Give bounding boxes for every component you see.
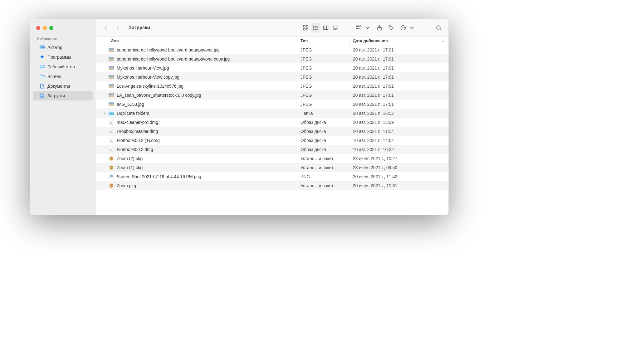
- file-date: 20 авг. 2021 г., 17:01: [350, 75, 448, 80]
- package-icon: [109, 183, 114, 188]
- main-area: Загрузки: [96, 19, 448, 215]
- file-row[interactable]: Mykonos-Harbour-View.jpgJPEG20 авг. 2021…: [96, 63, 448, 72]
- file-name: Firefox 90.0.2.dmg: [117, 147, 153, 152]
- file-name: Screen Shot 2021-07-19 at 4.44.16 PM.png: [117, 174, 201, 179]
- image-thumbnail-icon: [109, 102, 114, 107]
- group-by-button[interactable]: [354, 23, 372, 32]
- column-header-name[interactable]: Имя: [96, 37, 297, 45]
- close-window-button[interactable]: [36, 26, 40, 30]
- file-row[interactable]: Zoom.pkgУстано…й пакет20 июля 2021 г., 1…: [96, 181, 448, 190]
- svg-point-32: [404, 27, 405, 28]
- file-date: 20 авг. 2021 г., 15:39: [350, 120, 448, 125]
- svg-rect-18: [334, 29, 334, 30]
- file-date: 20 авг. 2021 г., 17:01: [350, 93, 448, 98]
- svg-rect-36: [110, 131, 113, 133]
- file-date: 20 авг. 2021 г., 11:54: [350, 129, 448, 134]
- sidebar-item-label: Программы: [47, 55, 71, 60]
- column-header-type[interactable]: Тип: [297, 37, 350, 45]
- column-headers: Имя Тип Дата добавления ⌄: [96, 37, 448, 45]
- search-button[interactable]: [434, 23, 443, 32]
- fullscreen-window-button[interactable]: [49, 26, 53, 30]
- tags-button[interactable]: [387, 23, 396, 32]
- sidebar-item-download[interactable]: Загрузки: [33, 91, 93, 100]
- actions-button[interactable]: [398, 23, 417, 32]
- sidebar-item-doc[interactable]: Документы: [33, 81, 93, 91]
- svg-rect-4: [304, 25, 305, 27]
- svg-point-31: [403, 27, 403, 28]
- file-date: 20 авг. 2021 г., 17:01: [350, 66, 448, 71]
- airdrop-icon: [39, 45, 45, 50]
- gallery-view-button[interactable]: [331, 23, 340, 32]
- file-type: Устано…й пакет: [297, 156, 350, 161]
- column-header-date[interactable]: Дата добавления ⌄: [350, 37, 448, 45]
- file-list[interactable]: panoramica-de-hollywood-boulevard-seanpa…: [96, 45, 448, 215]
- file-date: 10 авг. 2021 г., 14:04: [350, 138, 448, 143]
- file-type: Образ диска: [297, 147, 350, 152]
- file-date: 20 авг. 2021 г., 17:01: [350, 102, 448, 107]
- file-row[interactable]: Zoom (2).pkgУстано…й пакет23 июля 2021 г…: [96, 154, 448, 163]
- disk-image-icon: [109, 138, 114, 143]
- chevron-down-icon: [363, 23, 372, 32]
- image-thumbnail-icon: [109, 66, 114, 71]
- file-row[interactable]: panoramica-de-hollywood-boulevard-seanpa…: [96, 54, 448, 63]
- disclosure-triangle-icon[interactable]: [103, 112, 107, 115]
- image-thumbnail-icon: [109, 84, 114, 89]
- sidebar-item-folder[interactable]: Screen: [33, 72, 93, 81]
- file-row[interactable]: Duplicate foldersПапка20 авг. 2021 г., 1…: [96, 109, 448, 118]
- file-row[interactable]: Zoom (1).pkgУстано…й пакет23 июля 2021 г…: [96, 163, 448, 172]
- svg-point-11: [314, 26, 314, 27]
- folder-title: Загрузки: [129, 25, 150, 31]
- file-type: PNG: [297, 174, 350, 179]
- file-date: 20 авг. 2021 г., 17:01: [350, 47, 448, 52]
- forward-button[interactable]: [113, 23, 122, 32]
- list-view-button[interactable]: [311, 23, 320, 32]
- file-row[interactable]: Los-Angeles-skyline-1024x576.jpgJPEG20 а…: [96, 81, 448, 90]
- apps-icon: [39, 54, 45, 60]
- file-row[interactable]: LA_sean_pavone_shutterstock.0.0 copy.jpg…: [96, 90, 448, 100]
- file-name: Zoom (2).pkg: [117, 156, 143, 161]
- file-row[interactable]: Firefox 90.0.2 (1).dmgОбраз диска10 авг.…: [96, 136, 448, 145]
- svg-rect-20: [336, 29, 337, 30]
- svg-rect-39: [110, 175, 113, 177]
- file-date: 10 авг. 2021 г., 10:32: [350, 147, 448, 152]
- file-date: 20 авг. 2021 г., 17:01: [350, 56, 448, 61]
- file-name: Zoom (1).pkg: [117, 165, 143, 170]
- back-button[interactable]: [101, 23, 110, 32]
- file-type: JPEG: [297, 93, 350, 98]
- file-name: panoramica-de-hollywood-boulevard-seanpa…: [117, 47, 220, 52]
- image-thumbnail-icon: [109, 47, 114, 52]
- image-thumbnail-icon: [109, 93, 114, 98]
- file-row[interactable]: Mykonos-Harbour-View copy.jpgJPEG20 авг.…: [96, 72, 448, 81]
- file-row[interactable]: Firefox 90.0.2.dmgОбраз диска10 авг. 202…: [96, 145, 448, 154]
- file-row[interactable]: Screen Shot 2021-07-19 at 4.44.16 PM.png…: [96, 172, 448, 181]
- chevron-down-icon: [407, 23, 417, 32]
- file-type: Образ диска: [297, 129, 350, 134]
- svg-rect-25: [358, 28, 359, 29]
- group-by-icon: [354, 23, 363, 32]
- sidebar-item-airdrop[interactable]: AirDrop: [33, 43, 93, 52]
- column-view-button[interactable]: [321, 23, 330, 32]
- finder-window: Избранное AirDropПрограммыРабочий столSc…: [30, 19, 449, 215]
- file-name: Mykonos-Harbour-View.jpg: [117, 66, 169, 71]
- file-name: Duplicate folders: [117, 111, 149, 116]
- svg-rect-19: [335, 29, 336, 30]
- svg-rect-14: [324, 26, 328, 30]
- svg-rect-17: [334, 26, 338, 28]
- share-button[interactable]: [375, 23, 384, 32]
- sidebar-item-apps[interactable]: Программы: [33, 52, 93, 62]
- file-name: Los-Angeles-skyline-1024x576.jpg: [117, 84, 183, 89]
- file-row[interactable]: DropboxInstaller.dmgОбраз диска20 авг. 2…: [96, 127, 448, 136]
- file-row[interactable]: IMG_6153.jpgJPEG20 авг. 2021 г., 17:01: [96, 100, 448, 109]
- sidebar-item-desktop[interactable]: Рабочий стол: [33, 62, 93, 71]
- icon-view-button[interactable]: [301, 23, 310, 32]
- file-row[interactable]: panoramica-de-hollywood-boulevard-seanpa…: [96, 45, 448, 54]
- svg-rect-24: [357, 28, 358, 29]
- sidebar-item-label: AirDrop: [47, 45, 62, 50]
- file-date: 20 июля 2021 г., 10:31: [350, 183, 448, 188]
- sidebar-item-label: Screen: [47, 74, 61, 79]
- download-icon: [39, 93, 45, 99]
- disk-image-icon: [109, 129, 114, 134]
- svg-point-0: [41, 47, 43, 48]
- file-row[interactable]: mac-cleaner-pro.dmgОбраз диска20 авг. 20…: [96, 118, 448, 127]
- minimize-window-button[interactable]: [43, 26, 47, 30]
